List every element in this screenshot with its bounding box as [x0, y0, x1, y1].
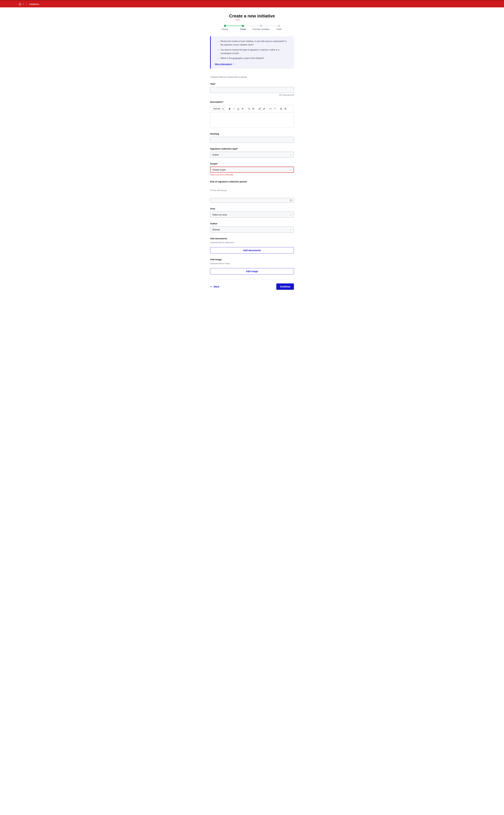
step-label: Choose: [222, 28, 228, 30]
field-image: Add image (Optional) Add an image Add im…: [210, 258, 294, 275]
page-title: Create a new initiative: [202, 13, 302, 19]
field-hashtag: Hashtag: [210, 132, 294, 143]
end-period-input[interactable]: [210, 198, 294, 203]
title-chars-left: 150 characters left: [210, 94, 294, 96]
area-value: Select an area: [212, 214, 227, 216]
info-item: Review the content of your initiative. I…: [217, 40, 290, 47]
chevron-down-icon: ▾: [222, 107, 224, 110]
chevron-down-icon: ⌄: [290, 153, 292, 156]
back-button[interactable]: Back: [210, 285, 219, 288]
hashtag-label: Hashtag: [210, 132, 294, 135]
step-connector: [261, 26, 279, 26]
home-icon[interactable]: [18, 3, 21, 6]
title-label: Title*: [210, 83, 294, 85]
top-header: ▾ / Initiatives: [0, 0, 504, 7]
step-label: Promoter committee: [253, 28, 269, 30]
code-icon[interactable]: [269, 107, 272, 110]
signature-type-label: Signature collection type*: [210, 147, 294, 150]
progress-stepper: Choose Create Promoter committee Finish: [216, 25, 288, 30]
breadcrumb-separator: /: [26, 3, 27, 6]
indent-icon[interactable]: [284, 107, 287, 110]
documents-label: Add documents: [210, 237, 294, 240]
field-description: Description* Normal ▾ B I U 1: [210, 101, 294, 128]
format-select-value: Normal: [213, 107, 220, 110]
chevron-down-icon: ⌄: [290, 229, 292, 231]
more-information-text: (More information): [215, 63, 232, 65]
field-area: Area Select an area ⌄: [210, 208, 294, 218]
italic-icon[interactable]: I: [232, 107, 236, 110]
info-item: You have to choose the type of signature…: [217, 48, 290, 55]
field-title: Title* 150 characters left: [210, 83, 294, 96]
link-icon[interactable]: [258, 107, 261, 110]
bold-icon[interactable]: B: [228, 107, 231, 110]
info-callout: Review the content of your initiative. I…: [210, 36, 294, 69]
step-dot: [224, 25, 226, 27]
external-link-icon: [233, 63, 234, 65]
rich-text-editor: Normal ▾ B I U 1 “: [210, 105, 294, 128]
end-period-format-hint: Format: dd/mm/yyyy: [210, 189, 294, 191]
breadcrumb-current[interactable]: Initiatives: [29, 3, 39, 6]
field-scope: Scope* Global scope ⌄ There is an error …: [210, 162, 294, 176]
ordered-list-icon[interactable]: 1: [247, 107, 251, 110]
title-input[interactable]: [210, 87, 294, 93]
chevron-down-icon: ⌄: [290, 214, 292, 216]
title-underline: [235, 20, 240, 20]
required-fields-note: * Required fields are marked with an ast…: [210, 76, 294, 78]
signature-type-value: Online: [212, 153, 219, 156]
add-image-button[interactable]: Add image: [210, 268, 294, 275]
calendar-icon: [290, 199, 292, 201]
format-select[interactable]: Normal ▾: [212, 106, 225, 111]
field-signature-type: Signature collection type* Online ⌄: [210, 147, 294, 158]
image-hint: (Optional) Add an image: [210, 263, 294, 265]
description-input[interactable]: [210, 113, 294, 128]
initiative-form: * Required fields are marked with an ast…: [210, 76, 294, 290]
end-period-label: End of signature collection period: [210, 180, 294, 183]
arrow-left-icon: [210, 286, 212, 288]
step-choose: Choose: [216, 25, 234, 30]
step-connector: [225, 26, 243, 26]
author-label: Author: [210, 222, 294, 225]
more-information-link[interactable]: (More information): [215, 63, 234, 65]
svg-text:1: 1: [248, 108, 248, 108]
scope-error-text: There is an error in this field.: [210, 174, 294, 176]
unordered-list-icon[interactable]: [252, 107, 255, 110]
area-select[interactable]: Select an area ⌄: [210, 212, 294, 218]
outdent-icon[interactable]: [279, 107, 283, 110]
blockquote-icon[interactable]: “: [273, 107, 276, 110]
form-actions: Back Continue: [210, 280, 294, 290]
eraser-icon[interactable]: [262, 107, 266, 110]
continue-button[interactable]: Continue: [276, 284, 294, 290]
step-label: Finish: [277, 28, 282, 30]
scope-value: Global scope: [212, 168, 226, 171]
scope-label: Scope*: [210, 162, 294, 165]
step-dot: [260, 25, 262, 27]
svg-rect-19: [290, 200, 292, 201]
scope-select[interactable]: Global scope ⌄: [210, 166, 294, 173]
field-end-period: End of signature collection period Forma…: [210, 180, 294, 203]
hashtag-input[interactable]: [210, 137, 294, 143]
image-label: Add image: [210, 258, 294, 261]
author-value: Shevek: [212, 229, 220, 231]
step-label: Create: [240, 28, 246, 30]
field-author: Author Shevek ⌄: [210, 222, 294, 233]
back-label: Back: [214, 285, 219, 288]
step-dot: [242, 25, 244, 27]
documents-hint: (Optional) Add an attachment: [210, 242, 294, 244]
rte-toolbar: Normal ▾ B I U 1 “: [210, 105, 294, 113]
chevron-down-icon[interactable]: ▾: [23, 3, 24, 5]
step-connector: [243, 26, 261, 26]
add-documents-button[interactable]: Add documents: [210, 247, 294, 254]
field-documents: Add documents (Optional) Add an attachme…: [210, 237, 294, 254]
signature-type-select[interactable]: Online ⌄: [210, 152, 294, 158]
area-label: Area: [210, 208, 294, 210]
description-label: Description*: [210, 101, 294, 103]
underline-icon[interactable]: U: [237, 107, 240, 110]
chevron-down-icon: ⌄: [290, 168, 292, 171]
step-dot: [278, 25, 280, 27]
strikethrough-icon[interactable]: [241, 107, 244, 110]
info-item: Which is the geographic scope of the ini…: [217, 57, 290, 60]
author-select[interactable]: Shevek ⌄: [210, 227, 294, 233]
